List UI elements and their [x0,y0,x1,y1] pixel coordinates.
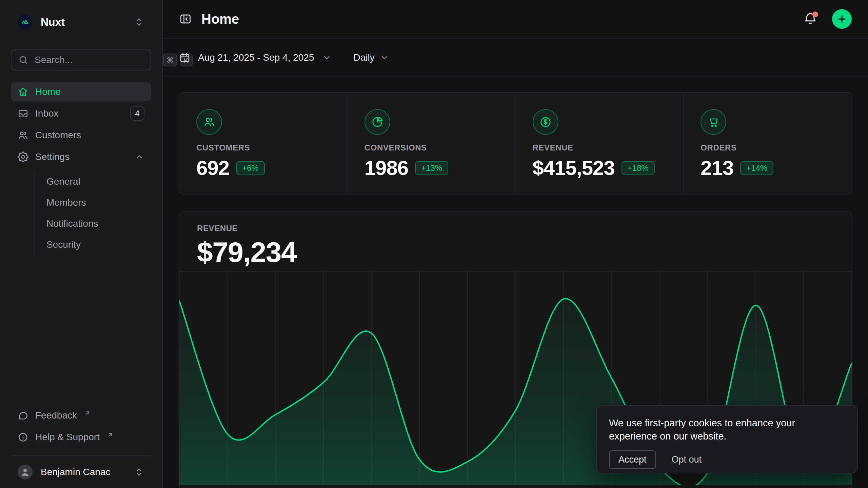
sidebar-item-label: Customers [35,130,81,140]
arrow-up-right-icon [84,410,91,416]
pie-chart-icon [364,109,390,135]
stat-value: 213 [701,158,733,178]
cookie-message: We use first-party cookies to enhance yo… [609,416,826,443]
dollar-circle-icon [533,109,558,135]
sidebar-item-label: Inbox [35,109,59,118]
notification-dot [812,12,818,17]
search-input-wrap[interactable]: ⌘ K [11,49,151,70]
cart-icon [701,109,726,135]
revenue-chart-value: $79,234 [197,238,834,266]
stat-card-revenue: REVENUE $415,523 +18% [516,93,684,195]
cookie-banner: We use first-party cookies to enhance yo… [596,405,858,473]
stat-label: CONVERSIONS [364,144,498,152]
sidebar-item-home[interactable]: Home [11,82,151,101]
sidebar-footer: Feedback Help & Support [0,406,162,456]
granularity-value: Daily [354,53,375,62]
chat-bubble-icon [18,410,28,421]
cookie-accept-button[interactable]: Accept [609,450,656,469]
stat-delta-badge: +6% [236,161,265,175]
search-input[interactable] [35,55,157,65]
stat-value: 692 [196,158,229,178]
stat-card-orders: ORDERS 213 +14% [684,93,852,195]
granularity-select[interactable]: Daily [354,53,390,63]
user-menu[interactable]: Benjamin Canac [11,456,151,488]
page-header: Home [163,0,868,39]
stat-card-customers: CUSTOMERS 692 +6% [179,93,348,195]
sidebar-item-general[interactable]: General [35,171,140,192]
users-icon [18,130,28,141]
search-icon [18,55,28,65]
sidebar-item-label: Settings [35,152,70,162]
stats-row: CUSTOMERS 692 +6% CONVERSIONS 1986 +13% [179,92,852,195]
sidebar-item-members[interactable]: Members [35,192,140,213]
calendar-icon [179,52,191,63]
users-icon [196,109,222,135]
sidebar-item-security[interactable]: Security [35,234,140,255]
gear-icon [18,151,28,162]
stat-delta-badge: +18% [622,161,655,175]
settings-subnav: General Members Notifications Security [35,171,140,255]
sidebar-item-inbox[interactable]: Inbox 4 [11,104,151,123]
inbox-icon [18,108,28,119]
stat-value: $415,523 [533,158,615,178]
stat-card-conversions: CONVERSIONS 1986 +13% [348,93,516,195]
chevron-selector-icon [134,467,144,477]
chevron-up-icon [134,152,144,162]
workspace-switcher[interactable]: Nuxt [11,12,151,32]
notifications-button[interactable] [804,12,817,26]
stat-label: REVENUE [533,144,666,152]
help-support-link[interactable]: Help & Support [11,428,151,447]
sidebar-item-label: Home [35,87,61,97]
footer-link-label: Feedback [35,411,77,420]
sidebar-item-notifications[interactable]: Notifications [35,213,140,234]
arrow-up-right-icon [107,432,113,438]
date-range-value: Aug 21, 2025 - Sep 4, 2025 [198,53,314,62]
inbox-count-badge: 4 [130,106,144,121]
sidebar: Nuxt ⌘ K Home [0,0,163,488]
user-name: Benjamin Canac [41,467,110,477]
cookie-optout-button[interactable]: Opt out [672,454,702,465]
stat-label: ORDERS [701,144,835,152]
panel-left-icon[interactable] [179,13,192,25]
page-title: Home [201,12,239,26]
stat-label: CUSTOMERS [196,144,330,152]
chevron-selector-icon [134,17,144,27]
stat-value: 1986 [364,158,408,178]
sidebar-nav: Home Inbox 4 Customers [11,82,151,255]
feedback-link[interactable]: Feedback [11,406,151,425]
home-icon [18,86,28,97]
header-actions [804,9,852,29]
brand-name: Nuxt [41,17,65,27]
filters-toolbar: Aug 21, 2025 - Sep 4, 2025 Daily [163,39,868,77]
revenue-chart-label: REVENUE [197,224,834,232]
stat-delta-badge: +13% [415,161,448,175]
sidebar-item-customers[interactable]: Customers [11,126,151,145]
sidebar-item-settings[interactable]: Settings [11,147,151,166]
info-circle-icon [18,432,28,443]
add-button[interactable] [832,9,852,29]
avatar [18,465,33,480]
footer-link-label: Help & Support [35,432,100,442]
date-range-picker[interactable]: Aug 21, 2025 - Sep 4, 2025 [179,52,332,63]
stat-delta-badge: +14% [740,161,773,175]
chevron-down-icon [379,53,390,63]
app-root: { "sidebar": { "brand": "Nuxt", "logo_ic… [0,0,868,488]
plus-icon [837,14,847,24]
chevron-down-icon [322,53,332,63]
nuxt-logo-icon [18,15,33,29]
